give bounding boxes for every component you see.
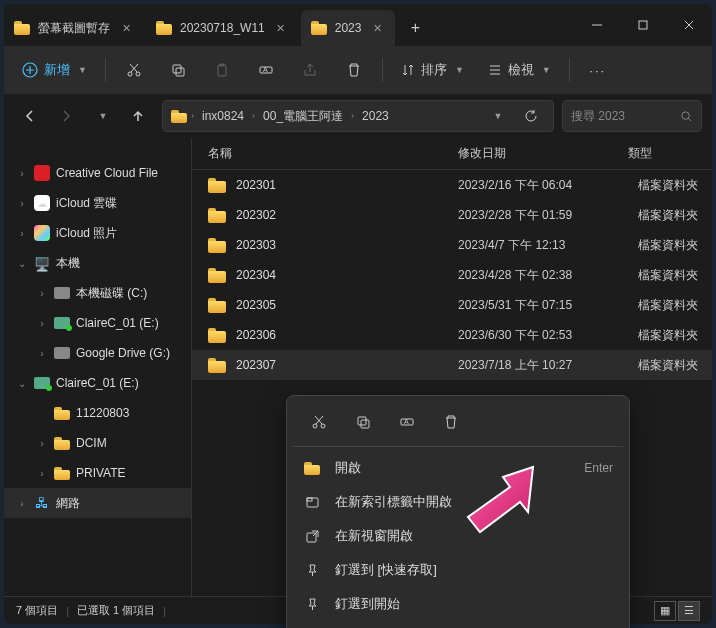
ctx-shortcut: Enter: [584, 461, 613, 475]
tab-1[interactable]: 20230718_W11 ✕: [146, 10, 299, 46]
folder-icon: [208, 358, 226, 373]
copy-button[interactable]: [158, 53, 198, 87]
share-button[interactable]: [290, 53, 330, 87]
tree-arrow-icon[interactable]: ›: [36, 348, 48, 359]
toolbar: 新增 ▼ A 排序 ▼ 檢視 ▼ ···: [4, 46, 712, 94]
folder-icon: [156, 21, 172, 35]
sidebar-item-7[interactable]: ⌄ClaireC_01 (E:): [4, 368, 191, 398]
tree-arrow-icon[interactable]: ›: [16, 198, 28, 209]
view-detail-button[interactable]: ☰: [678, 601, 700, 621]
sidebar-item-8[interactable]: 11220803: [4, 398, 191, 428]
sidebar-item-5[interactable]: ›ClaireC_01 (E:): [4, 308, 191, 338]
tree-arrow-icon[interactable]: ›: [36, 438, 48, 449]
file-row[interactable]: 2023022023/2/28 下午 01:59檔案資料夾: [192, 200, 712, 230]
svg-rect-27: [361, 420, 369, 428]
breadcrumb[interactable]: › inx0824 › 00_電腦王阿達 › 2023 ▼: [162, 100, 554, 132]
arrow-up-icon: [131, 109, 145, 123]
file-row[interactable]: 2023072023/7/18 上午 10:27檔案資料夾: [192, 350, 712, 380]
file-row[interactable]: 2023042023/4/28 下午 02:38檔案資料夾: [192, 260, 712, 290]
file-type: 檔案資料夾: [638, 237, 712, 254]
tree-arrow-icon[interactable]: ⌄: [16, 378, 28, 389]
tree-arrow-icon[interactable]: ›: [16, 228, 28, 239]
file-row[interactable]: 2023052023/5/31 下午 07:15檔案資料夾: [192, 290, 712, 320]
trash-icon: [443, 414, 459, 430]
tab-2[interactable]: 2023 ✕: [301, 10, 396, 46]
sidebar-item-2[interactable]: ›iCloud 照片: [4, 218, 191, 248]
ctx-cut-button[interactable]: [301, 406, 337, 438]
minimize-button[interactable]: [574, 4, 620, 46]
maximize-button[interactable]: [620, 4, 666, 46]
sidebar-item-0[interactable]: ›Creative Cloud File: [4, 158, 191, 188]
breadcrumb-item[interactable]: 00_電腦王阿達: [259, 108, 347, 125]
breadcrumb-item[interactable]: inx0824: [198, 109, 248, 123]
more-button[interactable]: ···: [578, 53, 618, 87]
file-date: 2023/6/30 下午 02:53: [458, 327, 628, 344]
sidebar-item-3[interactable]: ⌄🖥️本機: [4, 248, 191, 278]
view-thumb-button[interactable]: ▦: [654, 601, 676, 621]
close-icon[interactable]: ✕: [369, 20, 385, 36]
ctx-label: 在新視窗開啟: [335, 527, 413, 545]
svg-rect-11: [173, 65, 181, 73]
sidebar: ›Creative Cloud File›☁iCloud 雲碟›iCloud 照…: [4, 138, 192, 596]
sidebar-item-1[interactable]: ›☁iCloud 雲碟: [4, 188, 191, 218]
sidebar-item-10[interactable]: ›PRIVATE: [4, 458, 191, 488]
close-icon[interactable]: ✕: [273, 20, 289, 36]
chevron-down-icon: ▼: [78, 65, 87, 75]
ctx-open-new-tab[interactable]: 在新索引標籤中開啟: [293, 485, 623, 519]
sidebar-item-4[interactable]: ›本機磁碟 (C:): [4, 278, 191, 308]
column-type[interactable]: 類型: [628, 145, 712, 162]
back-button[interactable]: [14, 100, 46, 132]
ctx-compress[interactable]: Compress to ZIP file: [293, 621, 623, 628]
sidebar-item-6[interactable]: ›Google Drive (G:): [4, 338, 191, 368]
folder-icon: [311, 21, 327, 35]
ctx-copy-button[interactable]: [345, 406, 381, 438]
file-name: 202303: [236, 238, 276, 252]
tab-0[interactable]: 螢幕截圖暫存 ✕: [4, 10, 144, 46]
close-icon[interactable]: ✕: [118, 20, 134, 36]
status-selected-count: 已選取 1 個項目: [77, 603, 155, 618]
breadcrumb-dropdown[interactable]: ▼: [481, 111, 513, 121]
file-row[interactable]: 2023032023/4/7 下午 12:13檔案資料夾: [192, 230, 712, 260]
tree-arrow-icon[interactable]: ›: [36, 288, 48, 299]
plus-circle-icon: [22, 62, 38, 78]
search-input[interactable]: 搜尋 2023: [562, 100, 702, 132]
tree-icon: ☁: [34, 195, 50, 211]
forward-button[interactable]: [50, 100, 82, 132]
refresh-button[interactable]: [517, 109, 545, 123]
sort-button[interactable]: 排序 ▼: [391, 53, 474, 87]
paste-button[interactable]: [202, 53, 242, 87]
tree-arrow-icon[interactable]: ⌄: [16, 258, 28, 269]
tree-arrow-icon[interactable]: ›: [16, 168, 28, 179]
tree-arrow-icon[interactable]: ›: [36, 318, 48, 329]
breadcrumb-item[interactable]: 2023: [358, 109, 393, 123]
add-tab-button[interactable]: +: [397, 10, 433, 46]
delete-button[interactable]: [334, 53, 374, 87]
ctx-open-new-window[interactable]: 在新視窗開啟: [293, 519, 623, 553]
tree-arrow-icon[interactable]: ›: [36, 468, 48, 479]
ctx-pin-start[interactable]: 釘選到開始: [293, 587, 623, 621]
column-date[interactable]: 修改日期: [458, 145, 628, 162]
view-toggle: ▦ ☰: [654, 601, 700, 621]
rename-button[interactable]: A: [246, 53, 286, 87]
cut-button[interactable]: [114, 53, 154, 87]
column-name[interactable]: 名稱: [208, 145, 458, 162]
nav-buttons: ▼: [14, 100, 154, 132]
ctx-rename-button[interactable]: A: [389, 406, 425, 438]
folder-icon: [208, 238, 226, 253]
new-button[interactable]: 新增 ▼: [12, 53, 97, 87]
sidebar-item-11[interactable]: ›🖧網路: [4, 488, 191, 518]
file-name: 202304: [236, 268, 276, 282]
refresh-icon: [524, 109, 538, 123]
sidebar-item-9[interactable]: ›DCIM: [4, 428, 191, 458]
file-row[interactable]: 2023062023/6/30 下午 02:53檔案資料夾: [192, 320, 712, 350]
file-row[interactable]: 2023012023/2/16 下午 06:04檔案資料夾: [192, 170, 712, 200]
up-button[interactable]: [122, 100, 154, 132]
recent-button[interactable]: ▼: [86, 100, 118, 132]
close-button[interactable]: [666, 4, 712, 46]
ctx-pin-quick[interactable]: 釘選到 [快速存取]: [293, 553, 623, 587]
file-name: 202302: [236, 208, 276, 222]
view-button[interactable]: 檢視 ▼: [478, 53, 561, 87]
ctx-open[interactable]: 開啟 Enter: [293, 451, 623, 485]
ctx-delete-button[interactable]: [433, 406, 469, 438]
tree-arrow-icon[interactable]: ›: [16, 498, 28, 509]
